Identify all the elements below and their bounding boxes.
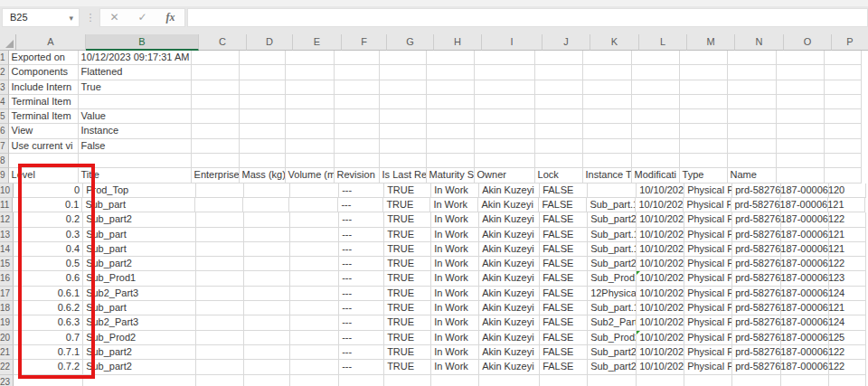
cell-G22[interactable]: TRUE: [384, 360, 431, 374]
cell-M12[interactable]: Physical P: [684, 212, 732, 227]
cell-L5[interactable]: [632, 109, 680, 124]
cell-B3[interactable]: True: [79, 80, 192, 95]
cell-F14[interactable]: ---: [339, 242, 384, 257]
cell-M21[interactable]: Physical P: [684, 345, 732, 360]
cell-D7[interactable]: [240, 139, 286, 154]
cell-F7[interactable]: [335, 139, 380, 154]
cell-J22[interactable]: FALSE: [540, 360, 588, 374]
row-header-16[interactable]: 16: [0, 271, 14, 286]
cell-L17[interactable]: 10/10/202: [637, 287, 684, 301]
column-header-F[interactable]: F: [342, 34, 387, 51]
cell-A1[interactable]: Exported on: [9, 51, 79, 65]
cell-F21[interactable]: ---: [339, 345, 384, 360]
cell-H6[interactable]: [427, 124, 475, 138]
cell-I20[interactable]: Akin Kuzeyi: [479, 331, 540, 345]
cell-H5[interactable]: [427, 109, 475, 124]
cell-J1[interactable]: [535, 51, 583, 65]
cell-A18[interactable]: 0.6.2: [14, 301, 83, 315]
cell-F5[interactable]: [335, 109, 380, 124]
cell-A19[interactable]: 0.6.3: [14, 315, 83, 330]
cell-K10[interactable]: [588, 184, 637, 198]
cell-H7[interactable]: [427, 139, 475, 154]
row-header-4[interactable]: 4: [0, 95, 9, 109]
cell-F2[interactable]: [335, 65, 380, 80]
cell-F8[interactable]: [335, 154, 380, 168]
cell-K4[interactable]: [583, 95, 632, 109]
cell-G3[interactable]: [380, 80, 427, 95]
cell-J9[interactable]: Lock: [535, 168, 583, 183]
cell-N12[interactable]: prd-58276187-00006122: [732, 212, 781, 227]
cell-G7[interactable]: [380, 139, 427, 154]
cell-C2[interactable]: [192, 65, 240, 80]
cell-G19[interactable]: TRUE: [384, 315, 431, 330]
cell-B16[interactable]: Sub_Prod1: [83, 271, 196, 286]
cell-B14[interactable]: Sub_part: [83, 242, 196, 257]
cell-C22[interactable]: [196, 360, 244, 374]
cell-K17[interactable]: 12Physica: [588, 287, 637, 301]
cell-A4[interactable]: Terminal Item: [9, 95, 79, 109]
cell-N16[interactable]: prd-58276187-00006123: [732, 271, 781, 286]
cell-L7[interactable]: [632, 139, 680, 154]
cell-J21[interactable]: FALSE: [540, 345, 588, 360]
cell-B15[interactable]: Sub_part2: [83, 257, 196, 271]
cell-A10[interactable]: 0: [14, 184, 83, 198]
cell-D11[interactable]: [243, 198, 289, 212]
cell-M6[interactable]: [680, 124, 728, 138]
cancel-icon[interactable]: ✕: [109, 9, 118, 26]
cell-D1[interactable]: [240, 51, 286, 65]
select-all-corner[interactable]: [0, 34, 16, 51]
cell-H4[interactable]: [427, 95, 475, 109]
cell-I6[interactable]: [475, 124, 535, 138]
cell-F10[interactable]: ---: [339, 184, 384, 198]
cell-B6[interactable]: Instance: [79, 124, 192, 138]
cell-N10[interactable]: prd-58276187-00006120: [732, 184, 781, 198]
cell-K2[interactable]: [583, 65, 632, 80]
cell-L19[interactable]: 10/10/202: [637, 315, 684, 330]
cell-O3[interactable]: [777, 80, 825, 95]
cell-E17[interactable]: [290, 287, 339, 301]
row-header-6[interactable]: 6: [0, 124, 9, 138]
cell-A20[interactable]: 0.7: [14, 331, 83, 345]
cell-I9[interactable]: Owner: [475, 168, 535, 183]
cell-A3[interactable]: Include Intern: [9, 80, 79, 95]
cell-L10[interactable]: 10/10/202: [637, 184, 684, 198]
cell-J10[interactable]: FALSE: [540, 184, 588, 198]
cell-E14[interactable]: [290, 242, 339, 257]
cell-J12[interactable]: FALSE: [540, 212, 588, 227]
cell-M2[interactable]: [680, 65, 728, 80]
cell-A17[interactable]: 0.6.1: [14, 287, 83, 301]
cell-L1[interactable]: [632, 51, 680, 65]
column-header-H[interactable]: H: [434, 34, 482, 51]
cell-N7[interactable]: [728, 139, 777, 154]
cell-J8[interactable]: [535, 154, 583, 168]
row-header-9[interactable]: 9: [0, 168, 9, 183]
cell-A14[interactable]: 0.4: [14, 242, 83, 257]
cell-M20[interactable]: Physical P: [684, 331, 732, 345]
column-header-E[interactable]: E: [293, 34, 342, 51]
cell-F1[interactable]: [335, 51, 380, 65]
cell-E22[interactable]: [290, 360, 339, 374]
cell-K21[interactable]: Sub_part2: [588, 345, 637, 360]
cell-L16[interactable]: 10/10/202: [637, 271, 684, 286]
cell-C16[interactable]: [196, 271, 244, 286]
cell-N15[interactable]: prd-58276187-00006122: [732, 257, 781, 271]
cell-N13[interactable]: prd-58276187-00006121: [732, 228, 781, 242]
cell-A7[interactable]: Use current vi: [9, 139, 79, 154]
cell-D13[interactable]: [244, 228, 290, 242]
cell-E20[interactable]: [290, 331, 339, 345]
cell-C6[interactable]: [192, 124, 240, 138]
column-header-K[interactable]: K: [590, 34, 639, 51]
cell-F15[interactable]: ---: [339, 257, 384, 271]
cell-E5[interactable]: [286, 109, 335, 124]
cell-M4[interactable]: [680, 95, 728, 109]
cell-N8[interactable]: [728, 154, 777, 168]
cell-C17[interactable]: [196, 287, 244, 301]
cell-C15[interactable]: [196, 257, 244, 271]
cell-D3[interactable]: [240, 80, 286, 95]
cell-C3[interactable]: [192, 80, 240, 95]
cell-M10[interactable]: Physical P: [684, 184, 732, 198]
cell-E2[interactable]: [286, 65, 335, 80]
cell-K11[interactable]: Sub_part.1: [587, 198, 636, 212]
cell-C8[interactable]: [192, 154, 240, 168]
cell-D10[interactable]: [244, 184, 290, 198]
